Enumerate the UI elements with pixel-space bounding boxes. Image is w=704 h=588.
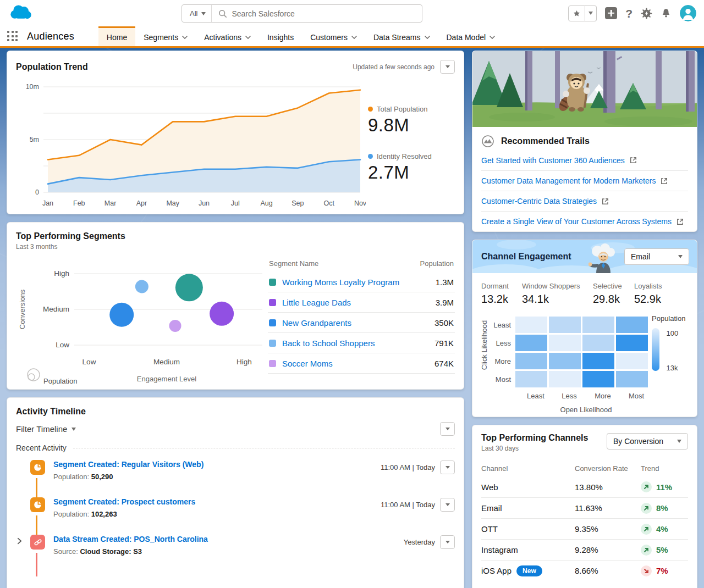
trend-card-menu-button[interactable]: [440, 60, 455, 74]
heatmap-cell-most-less[interactable]: [549, 371, 581, 387]
notifications-bell-icon[interactable]: [661, 8, 672, 19]
heatmap-cell-more-more[interactable]: [582, 353, 614, 369]
user-avatar[interactable]: [680, 5, 696, 21]
tab-insights[interactable]: Insights: [259, 26, 302, 46]
timeline-item-menu-button[interactable]: [440, 535, 455, 549]
segment-population: 1.3M: [436, 278, 454, 287]
heatmap-col-label: Least: [520, 392, 552, 400]
bubble-working-moms-loyalty-program[interactable]: [175, 274, 203, 301]
population-trend-title: Population Trend: [16, 62, 88, 72]
stat-selective: Selective29.8k: [593, 282, 634, 306]
timeline-item-title[interactable]: Data Stream Created: POS_North Carolina: [53, 535, 404, 543]
svg-text:Jan: Jan: [42, 199, 53, 207]
timeline-item-menu-button[interactable]: [440, 461, 455, 474]
kpi-label: Total Population: [377, 105, 428, 113]
heatmap-cell-most-most[interactable]: [616, 371, 648, 387]
favorites-dropdown-button[interactable]: [585, 5, 597, 21]
trend-value: 5%: [656, 545, 668, 554]
global-actions-button[interactable]: [605, 7, 617, 19]
star-icon: [573, 9, 581, 18]
segment-icon: [30, 497, 45, 512]
conversion-rate: 13.80%: [575, 482, 641, 492]
tab-segments[interactable]: Segments: [135, 26, 196, 46]
timeline-item-title[interactable]: Segment Created: Regular Visitors (Web): [53, 460, 381, 469]
help-icon[interactable]: ?: [625, 8, 632, 19]
bubble-new-grandparents[interactable]: [109, 303, 134, 327]
timeline-item-menu-button[interactable]: [440, 498, 455, 512]
segment-name-link[interactable]: Working Moms Loyalty Program: [282, 278, 436, 287]
heatmap-cell-more-most[interactable]: [616, 353, 648, 369]
bubble-back-to-school-shoppers[interactable]: [135, 280, 148, 293]
search-icon: [218, 9, 227, 18]
heatmap-cell-less-more[interactable]: [582, 335, 614, 351]
chevron-down-icon: [678, 255, 683, 258]
tab-data-streams[interactable]: Data Streams: [365, 26, 438, 46]
stat-label: Dormant: [481, 282, 522, 290]
setup-gear-icon[interactable]: [641, 8, 652, 19]
tab-activations[interactable]: Activations: [196, 26, 259, 46]
updated-timestamp: Updated a few seconds ago: [353, 63, 435, 71]
tab-customers[interactable]: Customers: [302, 26, 365, 46]
segment-name-link[interactable]: Back to School Shoppers: [282, 339, 435, 348]
trail-link[interactable]: Create a Single View of Your Customer Ac…: [481, 211, 688, 231]
trend-value: 7%: [656, 566, 668, 575]
heatmap-cell-least-most[interactable]: [616, 317, 648, 333]
bubble-little-league-dads[interactable]: [210, 302, 234, 326]
heatmap-cell-least-more[interactable]: [582, 317, 614, 333]
external-link-icon: [661, 177, 668, 185]
svg-text:Aug: Aug: [260, 199, 272, 207]
favorite-star-button[interactable]: [568, 5, 585, 21]
table-row: Soccer Moms 674K: [268, 353, 455, 374]
timeline-item-timestamp: 11:00 AM | Today: [381, 463, 435, 471]
heatmap-cell-most-least[interactable]: [515, 371, 547, 387]
app-navigation-bar: Audiences HomeSegmentsActivationsInsight…: [0, 26, 704, 48]
recent-activity-label: Recent Activity: [16, 443, 67, 452]
trail-link[interactable]: Customer-Centric Data Strategies: [481, 191, 688, 211]
segment-name-link[interactable]: Soccer Moms: [282, 359, 435, 368]
sort-by-select[interactable]: By Conversion: [607, 433, 688, 450]
svg-text:Engagement Level: Engagement Level: [137, 375, 197, 383]
svg-text:0: 0: [35, 188, 39, 196]
heatmap-x-axis-label: Open Likelihood: [520, 406, 652, 414]
segment-color-swatch: [269, 319, 276, 326]
tab-data-model[interactable]: Data Model: [438, 26, 504, 46]
heatmap-cell-least-less[interactable]: [549, 317, 581, 333]
expand-chevron-icon[interactable]: [16, 537, 23, 545]
svg-text:High: High: [237, 358, 252, 366]
heatmap-cell-least-least[interactable]: [515, 317, 547, 333]
timeline-item-title[interactable]: Segment Created: Prospect customers: [53, 497, 381, 506]
search-input[interactable]: [232, 9, 422, 18]
channel-select[interactable]: Email: [624, 248, 689, 265]
trend-up-icon: [641, 524, 652, 535]
heatmap-cell-less-most[interactable]: [616, 335, 648, 351]
stat-value: 52.9k: [634, 293, 662, 306]
trail-link[interactable]: Get Started with Customer 360 Audiences: [481, 150, 688, 170]
top-segments-subtitle: Last 3 months: [16, 243, 455, 251]
conversion-rate: 9.28%: [575, 545, 641, 554]
bubble-soccer-moms[interactable]: [169, 320, 182, 332]
app-launcher-icon[interactable]: [7, 31, 18, 42]
heatmap-cell-more-least[interactable]: [515, 353, 547, 369]
trend-value: 4%: [656, 524, 668, 534]
heatmap-cell-most-more[interactable]: [582, 371, 614, 387]
trail-link[interactable]: Customer Data Management for Modern Mark…: [481, 170, 688, 191]
section-divider: [73, 448, 455, 448]
timeline-card-menu-button[interactable]: [440, 422, 455, 436]
heatmap-legend: Population 100 13k: [652, 314, 688, 372]
top-segments-card: Top Performing Segments Last 3 months Hi…: [7, 222, 464, 390]
tab-home[interactable]: Home: [98, 26, 135, 46]
search-scope-dropdown[interactable]: All: [182, 5, 212, 22]
heatmap-cell-less-less[interactable]: [549, 335, 581, 351]
salesforce-logo-icon[interactable]: [9, 3, 32, 21]
tab-label: Data Streams: [373, 33, 421, 42]
segment-name-link[interactable]: New Grandparents: [282, 318, 435, 328]
activity-timeline-title: Activity Timeline: [16, 407, 455, 417]
filter-timeline-dropdown[interactable]: Filter Timeline: [16, 424, 76, 434]
heatmap-cell-more-less[interactable]: [549, 353, 581, 369]
segment-name-link[interactable]: Little League Dads: [282, 298, 436, 307]
trend-up-icon: [641, 545, 652, 556]
trend-down-icon: [641, 565, 652, 576]
table-row: Little League Dads 3.9M: [268, 292, 455, 313]
heatmap-cell-less-least[interactable]: [515, 335, 547, 351]
conversion-rate: 9.35%: [575, 524, 641, 534]
